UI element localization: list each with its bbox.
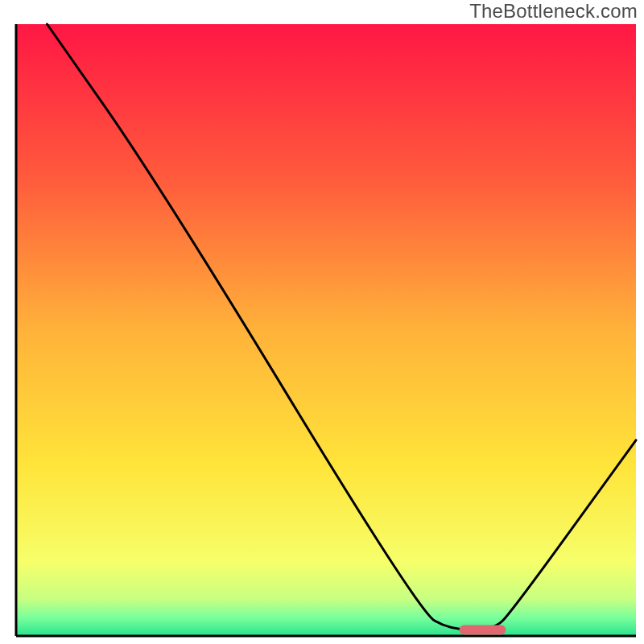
bottleneck-chart xyxy=(0,0,644,644)
plot-background xyxy=(16,24,636,636)
chart-container: TheBottleneck.com xyxy=(0,0,644,644)
optimal-marker xyxy=(460,625,506,634)
